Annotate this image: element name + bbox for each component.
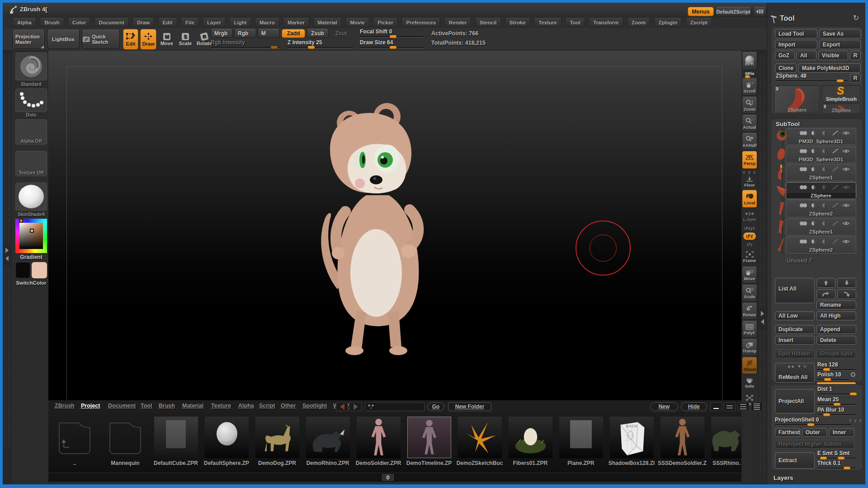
spix-slider[interactable]: SPix: [742, 71, 757, 78]
z-intensity-slider[interactable]: Z Intensity 25: [288, 40, 353, 48]
import-button[interactable]: Import: [775, 40, 817, 49]
subtool-row-2[interactable]: PM3D_Sphere3D1: [786, 146, 856, 163]
tab-spotlight[interactable]: Spotlight: [302, 403, 327, 409]
clone-button[interactable]: Clone: [775, 63, 797, 73]
bpr-button[interactable]: BPR: [742, 52, 757, 70]
menu-light[interactable]: Light: [229, 18, 251, 27]
nav-scale-button[interactable]: Scale: [742, 285, 757, 302]
tab-brush[interactable]: Brush: [159, 403, 175, 409]
hide-button[interactable]: Hide: [681, 402, 707, 411]
sculpt-model[interactable]: [298, 99, 434, 361]
primary-color-swatch[interactable]: [32, 262, 47, 278]
tab-tool[interactable]: Tool: [141, 403, 152, 409]
draw-size-slider[interactable]: Draw Size 64: [360, 40, 424, 48]
export-button[interactable]: Export: [819, 40, 861, 49]
demo-rhino-item[interactable]: [306, 417, 350, 458]
prev-tool-thumbnail[interactable]: 9 ZSphere: [822, 103, 861, 113]
all-button[interactable]: All: [797, 51, 816, 60]
subtool-down-button[interactable]: [837, 278, 856, 288]
append-button[interactable]: Append: [816, 325, 856, 334]
goz-r-button[interactable]: R: [850, 51, 861, 60]
document-canvas[interactable]: [48, 51, 742, 400]
scroll-button[interactable]: Scroll: [742, 79, 757, 96]
layers-section-header[interactable]: Layers: [774, 474, 793, 481]
menu-material[interactable]: Material: [313, 18, 342, 27]
current-tool-thumbnail[interactable]: 9 ZSphere: [774, 85, 820, 113]
menu-texture[interactable]: Texture: [534, 18, 561, 27]
sss-soldier-item[interactable]: [660, 417, 704, 458]
pa-blur-slider[interactable]: PA Blur 10: [817, 407, 855, 416]
go-button[interactable]: Go: [427, 402, 444, 411]
menus-button[interactable]: Menus: [688, 7, 714, 16]
rows-4-button[interactable]: [751, 402, 763, 411]
contrast-toggle-icon[interactable]: [822, 131, 826, 135]
menu-brush[interactable]: Brush: [40, 18, 64, 27]
subtool-up-button[interactable]: [816, 278, 835, 288]
shelf-shift-left-button[interactable]: [753, 7, 766, 16]
menu-document[interactable]: Document: [94, 18, 129, 27]
folder-up-item[interactable]: [53, 417, 97, 458]
menu-macro[interactable]: Macro: [255, 18, 279, 27]
current-brush-tile[interactable]: [15, 52, 47, 80]
menu-stroke[interactable]: Stroke: [505, 18, 530, 27]
sv-cursor[interactable]: [30, 229, 34, 233]
filter-input[interactable]: *.*: [365, 402, 425, 411]
folder-mannequin-item[interactable]: [104, 417, 147, 458]
make-polymesh3d-button[interactable]: Make PolyMesh3D: [798, 63, 861, 73]
subtool-branch-arrow-button[interactable]: [837, 289, 856, 299]
mean-slider[interactable]: Mean 25: [817, 397, 855, 405]
local-button[interactable]: Local: [742, 190, 757, 208]
paint-icon[interactable]: [832, 131, 839, 136]
demo-timeline-item-selected[interactable]: [407, 417, 451, 458]
projection-shell-slider[interactable]: ProjectionShell 0: [775, 417, 851, 426]
menu-layer[interactable]: Layer: [203, 18, 226, 27]
tool-reset-icon[interactable]: ↺: [853, 14, 859, 22]
current-material-tile[interactable]: [15, 183, 47, 211]
default-cube-item[interactable]: [154, 417, 198, 458]
visible-button[interactable]: Visible: [818, 51, 848, 60]
menu-zplugin[interactable]: Zplugin: [654, 18, 682, 27]
tab-zbrush[interactable]: ZBrush: [55, 403, 75, 409]
lightbox-forward-button[interactable]: [349, 402, 362, 411]
color-picker[interactable]: [15, 219, 47, 253]
zoom-button[interactable]: Zoom: [742, 97, 757, 114]
subtool-row-6[interactable]: ZSphere1: [786, 218, 856, 235]
groups-split-button[interactable]: Groups Split: [816, 349, 856, 358]
lsym-button[interactable]: L.Sym: [742, 209, 757, 224]
projection-master-button[interactable]: Projection Master: [12, 30, 45, 49]
eye-visibility-icon[interactable]: [842, 131, 850, 136]
rename-button[interactable]: Rename: [816, 300, 856, 310]
scroll-up-icon[interactable]: [386, 475, 390, 477]
nav-rotate-button[interactable]: Rotate: [742, 303, 757, 320]
save-as-button[interactable]: Save As: [819, 29, 861, 38]
focal-shift-slider[interactable]: Focal Shift 0: [360, 29, 424, 38]
gz-button[interactable]: ↺z: [742, 241, 757, 248]
insert-button[interactable]: Insert: [775, 336, 815, 345]
strip2-expand-right-icon[interactable]: [761, 311, 764, 316]
menu-alpha[interactable]: Alpha: [13, 18, 36, 27]
menu-preferences[interactable]: Preferences: [401, 18, 440, 27]
inner-button[interactable]: Inner: [829, 428, 854, 437]
quick-sketch-button[interactable]: Quick Sketch: [82, 30, 120, 49]
menu-draw[interactable]: Draw: [132, 18, 154, 27]
tab-script[interactable]: Script: [259, 403, 275, 409]
project-all-button[interactable]: ProjectAll: [775, 389, 815, 413]
solo-button[interactable]: Solo: [742, 375, 757, 391]
delete-button[interactable]: Delete: [816, 336, 856, 345]
rows-3-button[interactable]: [737, 402, 749, 411]
actual-button[interactable]: x1 Actual: [742, 115, 757, 132]
draw-button[interactable]: Draw: [140, 29, 156, 50]
res-slider[interactable]: Res 128: [817, 362, 855, 371]
transp-button[interactable]: Transp: [742, 339, 757, 356]
rgb-intensity-slider[interactable]: Rgb Intensity: [211, 40, 280, 48]
menu-zscript[interactable]: Zscript: [686, 18, 712, 27]
tab-alpha[interactable]: Alpha: [238, 403, 254, 409]
menu-render[interactable]: Render: [444, 18, 472, 27]
polish-mode-circle-icon[interactable]: [851, 372, 855, 377]
list-all-button[interactable]: List All: [775, 278, 815, 303]
rgb-button[interactable]: Rgb: [234, 29, 256, 38]
zcut-button[interactable]: Zcut: [330, 29, 352, 38]
simplebrush-thumbnail[interactable]: S SimpleBrush: [822, 85, 861, 103]
new-folder-button[interactable]: New Folder: [448, 402, 491, 411]
all-high-button[interactable]: All High: [816, 311, 856, 320]
